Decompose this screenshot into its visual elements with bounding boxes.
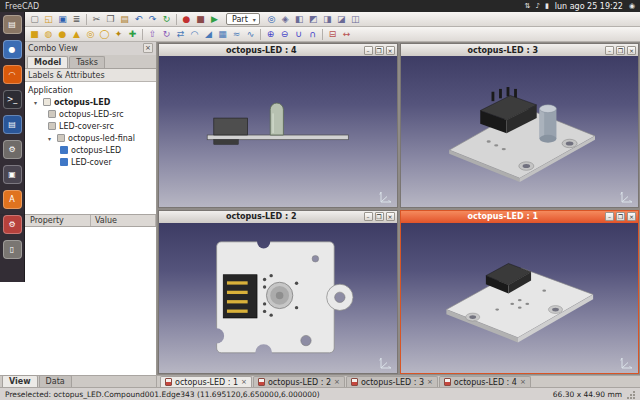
fillet-icon[interactable]: ◠ [188, 28, 201, 41]
document-tab-3[interactable]: octopus-LED : 3 × [346, 376, 438, 387]
macro-record-icon[interactable]: ● [180, 13, 193, 26]
close-icon[interactable]: × [520, 378, 526, 386]
refresh-icon[interactable]: ↻ [160, 13, 173, 26]
tree-item[interactable]: LED-cover [28, 156, 156, 168]
tree-item[interactable]: octopus-LED-src [28, 108, 156, 120]
viewport-3d[interactable] [159, 223, 397, 374]
part-tube-icon[interactable]: ◯ [98, 28, 111, 41]
viewport-3d[interactable] [401, 223, 639, 374]
property-column-header[interactable]: Property [26, 215, 91, 226]
ruled-surface-icon[interactable]: ▦ [216, 28, 229, 41]
boolean-cut-icon[interactable]: ⊖ [278, 28, 291, 41]
close-icon[interactable]: × [241, 378, 247, 386]
resize-grip[interactable] [626, 390, 635, 399]
part-cone-icon[interactable]: ▲ [70, 28, 83, 41]
revolve-icon[interactable]: ↻ [160, 28, 173, 41]
minimize-icon[interactable]: – [605, 46, 614, 55]
firefox-icon[interactable]: ◠ [3, 65, 22, 84]
part-sphere-icon[interactable]: ● [56, 28, 69, 41]
tab-view[interactable]: View [2, 375, 38, 387]
restore-icon[interactable]: ❐ [616, 212, 625, 221]
document-tab-1[interactable]: octopus-LED : 1 × [160, 376, 252, 387]
restore-icon[interactable]: ❐ [375, 212, 384, 221]
boolean-union-icon[interactable]: ∪ [292, 28, 305, 41]
software-center-icon[interactable]: A [3, 190, 22, 209]
open-document-icon[interactable]: ◱ [42, 13, 55, 26]
right-view-icon[interactable]: ◨ [321, 13, 334, 26]
macro-play-icon[interactable]: ▶ [208, 13, 221, 26]
shape-builder-icon[interactable]: ✚ [126, 28, 139, 41]
freecad-icon[interactable]: ⚙ [3, 215, 22, 234]
terminal-icon[interactable]: >_ [3, 90, 22, 109]
close-icon[interactable]: × [427, 378, 433, 386]
close-icon[interactable]: × [386, 212, 395, 221]
create-primitives-icon[interactable]: ✦ [112, 28, 125, 41]
mirror-icon[interactable]: ⇄ [174, 28, 187, 41]
tab-tasks[interactable]: Tasks [69, 56, 104, 68]
save-document-icon[interactable]: ▣ [56, 13, 69, 26]
view-window-4-titlebar[interactable]: octopus-LED : 4 – ❐ × [159, 44, 397, 56]
rear-view-icon[interactable]: ◪ [335, 13, 348, 26]
extrude-icon[interactable]: ⇧ [146, 28, 159, 41]
fit-all-icon[interactable]: ◎ [265, 13, 278, 26]
web-browser-icon[interactable]: ● [3, 40, 22, 59]
minimize-icon[interactable]: – [364, 46, 373, 55]
tree-root-application[interactable]: Application [28, 84, 156, 96]
restore-icon[interactable]: ❐ [616, 46, 625, 55]
tree-item[interactable]: octopus-LED [28, 144, 156, 156]
close-icon[interactable]: × [386, 46, 395, 55]
tree-item[interactable]: LED-cover-src [28, 120, 156, 132]
section-icon[interactable]: ⊟ [326, 28, 339, 41]
clock[interactable]: lun ago 25 19:22 [555, 2, 623, 11]
expander-icon[interactable]: ▾ [48, 135, 54, 142]
viewport-3d[interactable] [401, 56, 639, 207]
tree-item[interactable]: ▾ octopus-led-final [28, 132, 156, 144]
tab-data[interactable]: Data [39, 375, 72, 387]
network-icon[interactable]: ⇅ [525, 2, 531, 10]
front-view-icon[interactable]: ◧ [293, 13, 306, 26]
new-document-icon[interactable]: ▢ [28, 13, 41, 26]
minimize-icon[interactable]: – [605, 212, 614, 221]
trash-icon[interactable]: ▯ [3, 240, 22, 259]
macro-stop-icon[interactable]: ■ [194, 13, 207, 26]
restore-icon[interactable]: ❐ [375, 46, 384, 55]
files-icon[interactable]: ▤ [3, 15, 22, 34]
writer-icon[interactable]: ▤ [3, 115, 22, 134]
viewport-3d[interactable] [159, 56, 397, 207]
boolean-intersection-icon[interactable]: ∩ [306, 28, 319, 41]
close-icon[interactable]: × [627, 46, 636, 55]
battery-icon[interactable]: ▮ [545, 2, 549, 10]
part-cylinder-icon[interactable]: ◍ [42, 28, 55, 41]
power-icon[interactable]: ◉ [629, 2, 635, 10]
value-column-header[interactable]: Value [91, 215, 156, 226]
axonometric-view-icon[interactable]: ◈ [279, 13, 292, 26]
minimize-icon[interactable]: – [364, 212, 373, 221]
document-tab-4[interactable]: octopus-LED : 4 × [439, 376, 531, 387]
tree-item-document[interactable]: ▾ octopus-LED [28, 96, 156, 108]
redo-icon[interactable]: ↷ [146, 13, 159, 26]
view-window-2-titlebar[interactable]: octopus-LED : 2 – ❐ × [159, 211, 397, 223]
close-icon[interactable]: × [627, 212, 636, 221]
print-icon[interactable]: ≣ [70, 13, 83, 26]
close-icon[interactable]: × [334, 378, 340, 386]
close-icon[interactable]: × [143, 43, 153, 53]
sweep-icon[interactable]: ∿ [244, 28, 257, 41]
view-window-3-titlebar[interactable]: octopus-LED : 3 – ❐ × [401, 44, 639, 56]
document-tab-2[interactable]: octopus-LED : 2 × [253, 376, 345, 387]
workbench-selector[interactable]: Part ▾ [226, 13, 260, 25]
undo-icon[interactable]: ↶ [132, 13, 145, 26]
tab-model[interactable]: Model [27, 56, 68, 68]
cut-icon[interactable]: ✂ [90, 13, 103, 26]
image-viewer-icon[interactable]: ▣ [3, 165, 22, 184]
part-box-icon[interactable]: ■ [28, 28, 41, 41]
session-menu[interactable]: ◉ [629, 2, 635, 10]
measure-linear-icon[interactable]: ↔ [340, 28, 353, 41]
view-window-1-titlebar[interactable]: octopus-LED : 1 – ❐ × [401, 211, 639, 223]
chamfer-icon[interactable]: ◢ [202, 28, 215, 41]
top-view-icon[interactable]: ◩ [307, 13, 320, 26]
bottom-view-icon[interactable]: ◫ [349, 13, 362, 26]
part-torus-icon[interactable]: ◎ [84, 28, 97, 41]
copy-icon[interactable]: ❐ [104, 13, 117, 26]
sound-icon[interactable]: ♪ [535, 2, 539, 10]
paste-icon[interactable]: ▤ [118, 13, 131, 26]
